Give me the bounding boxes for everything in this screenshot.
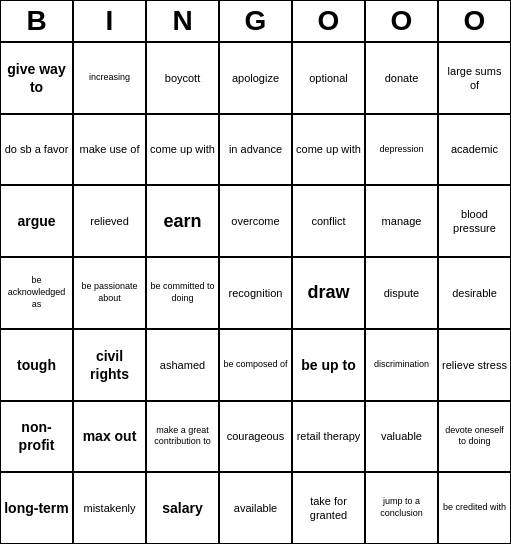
cell-r6-c0: long-term [0,472,73,544]
cell-r1-c5: depression [365,114,438,186]
cell-r5-c1: max out [73,401,146,473]
cell-r4-c2: ashamed [146,329,219,401]
cell-r2-c5: manage [365,185,438,257]
cell-r1-c3: in advance [219,114,292,186]
cell-r0-c2: boycott [146,42,219,114]
cell-r0-c6: large sums of [438,42,511,114]
cell-r3-c1: be passionate about [73,257,146,329]
header-letter-G: G [219,0,292,42]
cell-r3-c6: desirable [438,257,511,329]
cell-r1-c0: do sb a favor [0,114,73,186]
cell-r6-c3: available [219,472,292,544]
cell-r5-c5: valuable [365,401,438,473]
cell-r5-c6: devote oneself to doing [438,401,511,473]
cell-r6-c6: be credited with [438,472,511,544]
cell-r5-c0: non-profit [0,401,73,473]
cell-r1-c1: make use of [73,114,146,186]
cell-r0-c1: increasing [73,42,146,114]
cell-r5-c2: make a great contribution to [146,401,219,473]
cell-r6-c2: salary [146,472,219,544]
cell-r5-c4: retail therapy [292,401,365,473]
cell-r0-c4: optional [292,42,365,114]
cell-r1-c4: come up with [292,114,365,186]
cell-r3-c3: recognition [219,257,292,329]
cell-r2-c4: conflict [292,185,365,257]
cell-r4-c1: civil rights [73,329,146,401]
cell-r4-c6: relieve stress [438,329,511,401]
cell-r0-c5: donate [365,42,438,114]
bingo-header: BINGOOO [0,0,511,42]
cell-r5-c3: courageous [219,401,292,473]
cell-r1-c6: academic [438,114,511,186]
cell-r4-c4: be up to [292,329,365,401]
header-letter-I: I [73,0,146,42]
cell-r6-c5: jump to a conclusion [365,472,438,544]
cell-r4-c0: tough [0,329,73,401]
cell-r4-c3: be composed of [219,329,292,401]
cell-r0-c0: give way to [0,42,73,114]
cell-r3-c4: draw [292,257,365,329]
header-letter-N: N [146,0,219,42]
cell-r3-c5: dispute [365,257,438,329]
cell-r4-c5: discrimination [365,329,438,401]
cell-r0-c3: apologize [219,42,292,114]
header-letter-O: O [438,0,511,42]
bingo-grid: give way toincreasingboycottapologizeopt… [0,42,511,544]
cell-r3-c2: be committed to doing [146,257,219,329]
cell-r2-c3: overcome [219,185,292,257]
cell-r6-c1: mistakenly [73,472,146,544]
cell-r2-c6: blood pressure [438,185,511,257]
header-letter-B: B [0,0,73,42]
cell-r2-c2: earn [146,185,219,257]
cell-r6-c4: take for granted [292,472,365,544]
cell-r1-c2: come up with [146,114,219,186]
cell-r2-c1: relieved [73,185,146,257]
cell-r3-c0: be acknowledged as [0,257,73,329]
cell-r2-c0: argue [0,185,73,257]
header-letter-O: O [292,0,365,42]
header-letter-O: O [365,0,438,42]
